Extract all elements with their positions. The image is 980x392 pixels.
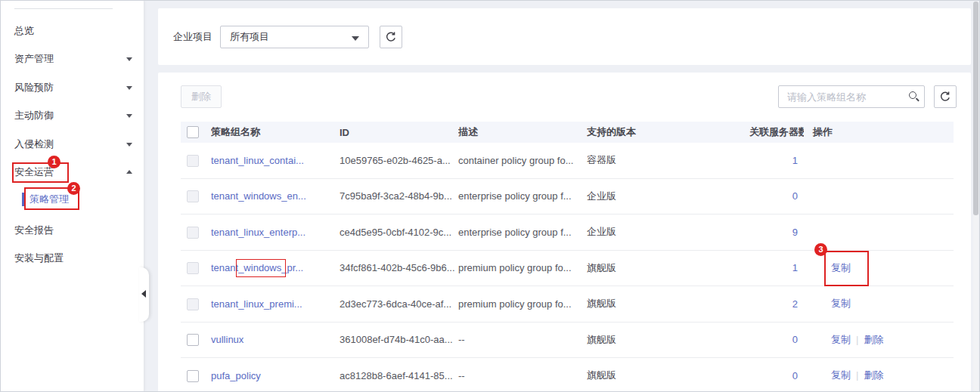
policy-version: 旗舰版 [587, 369, 749, 382]
policy-description: -- [458, 334, 587, 345]
policy-name-link[interactable]: vullinux [211, 334, 243, 345]
sidebar-item-label: 安全运营 [14, 166, 54, 177]
row-checkbox[interactable] [187, 298, 199, 310]
policy-description: premium policy group fo... [458, 262, 587, 273]
copy-action-link[interactable]: 复制 [831, 334, 851, 345]
row-actions [813, 227, 831, 238]
header-operation: 操作 [804, 125, 954, 139]
policy-version: 旗舰版 [587, 333, 749, 347]
header-version: 支持的版本 [587, 125, 749, 139]
copy-action-link[interactable]: 复制 [831, 369, 851, 381]
row-actions: 复制|删除 [813, 369, 883, 381]
table-row: pufa_policy ac8128b8-6aef-4141-85... -- … [181, 358, 954, 392]
header-id: ID [340, 127, 458, 138]
sidebar-item-label: 安装与配置 [14, 252, 64, 264]
refresh-projects-button[interactable] [380, 26, 402, 48]
server-count-link[interactable]: 9 [792, 227, 798, 238]
search-input[interactable] [779, 86, 898, 107]
action-separator: | [856, 369, 858, 381]
delete-action-link[interactable]: 删除 [864, 369, 883, 381]
policy-name-link[interactable]: tenant_linux_premi... [211, 298, 302, 310]
server-count-link[interactable]: 1 [792, 262, 798, 273]
policy-name-link[interactable]: tenant_linux_contai... [211, 155, 304, 166]
select-all-checkbox[interactable] [187, 126, 199, 138]
sidebar-item-security-operations[interactable]: 安全运营 [14, 163, 135, 181]
sidebar-item-label: 主动防御 [14, 110, 54, 121]
sidebar-item-label: 策略管理 [29, 193, 69, 205]
table-row: tenant_linux_premi... 2d3ec773-6dca-40ce… [181, 286, 954, 323]
project-select[interactable]: 所有项目 [220, 26, 369, 48]
row-actions: 复制 [813, 298, 851, 309]
header-description: 描述 [458, 125, 587, 139]
row-actions [813, 155, 831, 166]
table-row: tenant_windows_pr... 34fcf861-402b-45c6-… [181, 251, 954, 287]
policy-id: 34fcf861-402b-45c6-9b6... [340, 262, 458, 273]
sidebar-divider [14, 8, 113, 9]
enterprise-project-label: 企业项目 [173, 30, 212, 44]
sidebar-item-install-config[interactable]: 安装与配置 [14, 249, 135, 267]
row-checkbox[interactable] [187, 227, 199, 239]
server-count-link[interactable]: 0 [792, 370, 798, 381]
sidebar-item-risk-prevention[interactable]: 风险预防 [14, 79, 135, 97]
sidebar-item-overview[interactable]: 总览 [14, 22, 135, 40]
sidebar-item-proactive-defense[interactable]: 主动防御 [14, 106, 135, 125]
row-actions: 复制|删除 [813, 334, 883, 345]
server-count-link[interactable]: 0 [792, 334, 798, 345]
server-count-link[interactable]: 1 [792, 155, 798, 166]
sidebar: 总览资产管理风险预防主动防御入侵检测安全运营策略管理安全报告安装与配置 [1, 1, 144, 391]
policy-id: ce4d5e95-0cbf-4102-9c... [340, 227, 458, 238]
refresh-table-button[interactable] [934, 85, 957, 108]
policy-name-link[interactable]: tenant_windows_en... [211, 190, 306, 202]
vertical-scrollbar-thumb[interactable] [973, 2, 978, 215]
policy-id: 7c95ba9f-3ca2-48b4-9b... [340, 190, 458, 202]
row-actions: 复制 [813, 262, 851, 273]
enterprise-project-row: 企业项目 所有项目 [173, 26, 402, 48]
sidebar-item-intrusion-detection[interactable]: 入侵检测 [14, 135, 135, 153]
policy-name-link[interactable]: pufa_policy [211, 370, 261, 381]
sidebar-item-label: 资产管理 [14, 53, 54, 64]
refresh-icon [939, 91, 951, 103]
table-row: tenant_linux_contai... 10e59765-e02b-462… [181, 143, 954, 179]
server-count-link[interactable]: 0 [792, 190, 798, 202]
policy-table: 策略组名称 ID 描述 支持的版本 关联服务器数 操作 tenant_linux… [181, 122, 954, 392]
delete-action-link[interactable]: 删除 [864, 334, 883, 345]
row-checkbox[interactable] [187, 190, 199, 202]
sidebar-item-label: 总览 [14, 25, 34, 36]
policy-description: enterprise policy group f... [458, 190, 587, 202]
chevron-down-icon [126, 143, 132, 147]
table-header-row: 策略组名称 ID 描述 支持的版本 关联服务器数 操作 [181, 122, 954, 143]
row-checkbox[interactable] [187, 155, 199, 167]
header-server-count: 关联服务器数 [749, 125, 804, 139]
chevron-up-icon [126, 170, 132, 174]
delete-button[interactable]: 删除 [181, 85, 222, 108]
copy-action-link[interactable]: 复制 [831, 298, 851, 309]
header-policy-name: 策略组名称 [211, 125, 340, 139]
policy-version: 容器版 [587, 153, 749, 167]
sidebar-item-label: 安全报告 [14, 224, 54, 236]
chevron-down-icon [126, 86, 132, 90]
policy-description: enterprise policy group f... [458, 227, 587, 238]
sidebar-item-asset-management[interactable]: 资产管理 [14, 50, 135, 68]
copy-action-link[interactable]: 复制 [831, 262, 851, 273]
policy-version: 企业版 [587, 225, 749, 239]
row-checkbox[interactable] [187, 262, 199, 274]
policy-id: 10e59765-e02b-4625-a... [340, 155, 458, 166]
policy-version: 企业版 [587, 190, 749, 203]
row-checkbox[interactable] [187, 334, 199, 346]
project-select-value: 所有项目 [230, 31, 269, 42]
table-row: tenant_linux_enterp... ce4d5e95-0cbf-410… [181, 215, 954, 251]
sidebar-item-security-report[interactable]: 安全报告 [14, 221, 135, 239]
sidebar-collapse-handle[interactable] [139, 267, 149, 322]
policy-version: 旗舰版 [587, 297, 749, 310]
sidebar-item-policy-management[interactable]: 策略管理 [29, 190, 150, 208]
action-separator: | [856, 334, 858, 345]
policy-description: container policy group fo... [458, 155, 587, 166]
row-checkbox[interactable] [187, 370, 199, 382]
policy-name-link[interactable]: tenant_linux_enterp... [211, 227, 305, 238]
search-box [778, 85, 925, 108]
collapse-sidebar-icon [141, 290, 146, 298]
magnifier-icon[interactable] [909, 91, 916, 99]
enterprise-project-card: 企业项目 所有项目 [158, 8, 971, 65]
server-count-link[interactable]: 2 [792, 298, 798, 310]
policy-name-link[interactable]: tenant_windows_pr... [211, 262, 303, 273]
